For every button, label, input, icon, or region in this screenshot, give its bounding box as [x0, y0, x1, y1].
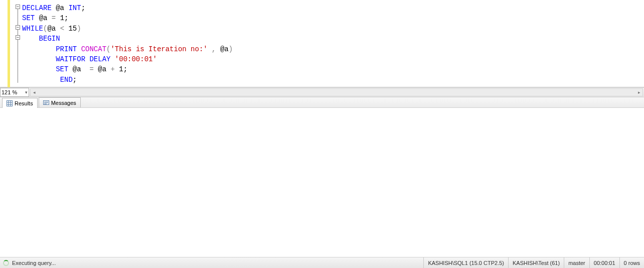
code-line[interactable]: SET @a = @a + 1; [22, 64, 642, 74]
results-tabs: Results Messages [0, 97, 644, 108]
code-area[interactable]: DECLARE @a INT;SET @a = 1;WHILE(@a < 15)… [22, 3, 642, 85]
code-line[interactable]: WAITFOR DELAY '00:00:01' [22, 54, 642, 64]
chevron-down-icon: ▾ [25, 90, 28, 95]
status-database: master [564, 257, 589, 268]
sql-editor[interactable]: −−− DECLARE @a INT;SET @a = 1;WHILE(@a <… [0, 0, 644, 87]
code-line[interactable]: WHILE(@a < 15) [22, 24, 642, 34]
code-line[interactable]: SET @a = 1; [22, 13, 642, 23]
zoom-value: 121 % [2, 89, 17, 95]
change-marker [8, 0, 10, 87]
code-line[interactable]: DECLARE @a INT; [22, 3, 642, 13]
status-server: KASHISH\SQL1 (15.0 CTP2.5) [423, 257, 508, 268]
fold-toggle[interactable]: − [16, 25, 20, 30]
svg-rect-0 [7, 100, 13, 106]
tab-results[interactable]: Results [2, 98, 38, 108]
status-login: KASHISH\Test (61) [508, 257, 564, 268]
messages-icon [43, 100, 49, 106]
status-message: Executing query... [12, 260, 56, 266]
scroll-right-arrow-icon[interactable]: ▸ [635, 89, 642, 96]
code-line[interactable]: END; [22, 75, 642, 85]
grid-icon [7, 100, 13, 106]
tab-results-label: Results [15, 100, 33, 106]
fold-gutter: −−− [16, 0, 21, 87]
fold-toggle[interactable]: − [16, 5, 20, 9]
scroll-left-arrow-icon[interactable]: ◂ [31, 89, 38, 96]
code-line[interactable]: BEGIN [22, 34, 642, 44]
results-panel [0, 108, 644, 257]
code-line[interactable]: PRINT CONCAT('This is Iteration no:' , @… [22, 44, 642, 54]
tab-messages[interactable]: Messages [39, 97, 81, 107]
tab-messages-label: Messages [51, 100, 76, 106]
status-bar: Executing query... KASHISH\SQL1 (15.0 CT… [0, 257, 644, 268]
status-elapsed: 00:00:01 [589, 257, 619, 268]
status-rows: 0 rows [619, 257, 644, 268]
spinner-icon [3, 260, 9, 266]
fold-toggle[interactable]: − [16, 35, 20, 40]
zoom-select[interactable]: 121 % ▾ [0, 88, 29, 97]
zoom-bar: 121 % ▾ ◂ ▸ [0, 87, 644, 97]
horizontal-scrollbar[interactable]: ◂ ▸ [30, 88, 643, 96]
